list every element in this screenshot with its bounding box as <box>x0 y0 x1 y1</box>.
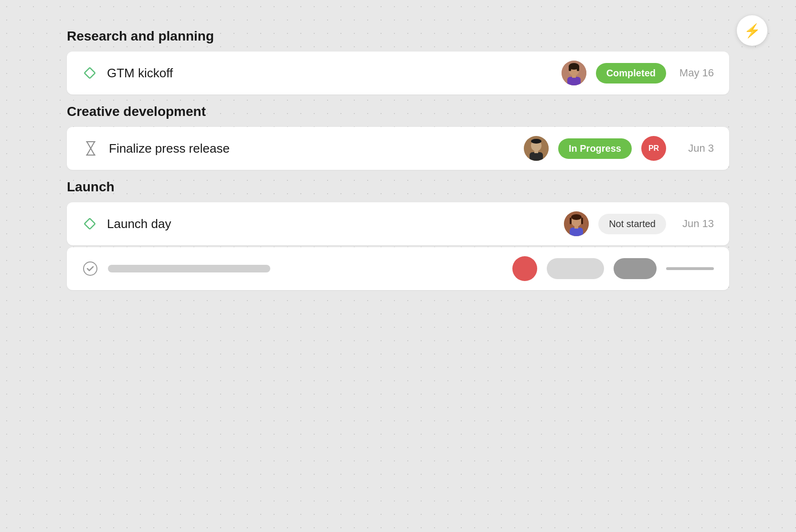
date-press-release: Jun 3 <box>676 142 714 155</box>
section-gap-1 <box>67 94 729 104</box>
task-right-launch: Not started Jun 13 <box>564 211 714 236</box>
avatar-gtm <box>562 61 586 85</box>
date-launch-day: Jun 13 <box>676 218 714 230</box>
diamond-icon <box>82 65 97 81</box>
svg-rect-22 <box>570 218 572 224</box>
task-card-gtm-kickoff[interactable]: GTM kickoff <box>67 52 729 94</box>
svg-rect-0 <box>85 68 96 79</box>
blurred-avatar <box>512 256 537 281</box>
lightning-icon: ⚡ <box>744 23 761 39</box>
date-gtm: May 16 <box>676 67 714 79</box>
task-left: GTM kickoff <box>82 65 552 81</box>
task-name-gtm: GTM kickoff <box>107 66 552 81</box>
hourglass-icon <box>82 140 99 157</box>
diamond-icon-launch <box>82 216 97 231</box>
svg-rect-23 <box>570 228 583 236</box>
task-right-press-release: In Progress PR Jun 3 <box>524 136 714 161</box>
pr-badge: PR <box>641 136 666 161</box>
svg-rect-17 <box>85 219 96 229</box>
status-badge-gtm: Completed <box>596 63 666 83</box>
section-creative-development: Creative development Finalize press rele… <box>67 104 729 170</box>
section-title-creative: Creative development <box>67 104 729 119</box>
task-left-launch: Launch day <box>82 216 554 231</box>
task-right-gtm: Completed May 16 <box>562 61 714 85</box>
blurred-status <box>547 258 604 279</box>
svg-point-25 <box>84 262 97 275</box>
section-gap-2 <box>67 170 729 179</box>
blurred-pill <box>614 258 657 279</box>
avatar-press-release <box>524 136 549 161</box>
task-left-blurred <box>82 261 503 277</box>
status-badge-launch-day: Not started <box>598 214 666 234</box>
svg-rect-5 <box>577 65 579 71</box>
task-card-launch-day[interactable]: Launch day <box>67 202 729 245</box>
lightning-button[interactable]: ⚡ <box>737 15 767 46</box>
svg-rect-16 <box>534 150 538 153</box>
status-badge-press-release: In Progress <box>558 138 632 159</box>
task-name-launch-day: Launch day <box>107 217 554 231</box>
task-right-blurred <box>512 256 714 281</box>
svg-rect-4 <box>569 65 571 71</box>
task-left-pr: Finalize press release <box>82 140 514 157</box>
svg-point-20 <box>571 214 582 220</box>
svg-rect-6 <box>567 77 581 85</box>
main-container: Research and planning GTM kickoff <box>67 29 729 290</box>
svg-rect-15 <box>530 152 543 161</box>
task-card-press-release[interactable]: Finalize press release <box>67 127 729 170</box>
section-title-launch: Launch <box>67 179 729 195</box>
svg-rect-7 <box>572 75 576 78</box>
section-title-research: Research and planning <box>67 29 729 44</box>
task-card-blurred <box>67 247 729 290</box>
blurred-date <box>666 267 714 270</box>
section-research-planning: Research and planning GTM kickoff <box>67 29 729 94</box>
check-circle-icon <box>82 261 98 277</box>
task-name-press-release: Finalize press release <box>109 141 514 156</box>
blurred-task-name <box>108 265 270 272</box>
svg-point-14 <box>531 139 541 144</box>
svg-rect-24 <box>574 226 578 229</box>
svg-rect-21 <box>581 218 583 224</box>
avatar-launch-day <box>564 211 589 236</box>
section-launch: Launch Launch day <box>67 179 729 290</box>
